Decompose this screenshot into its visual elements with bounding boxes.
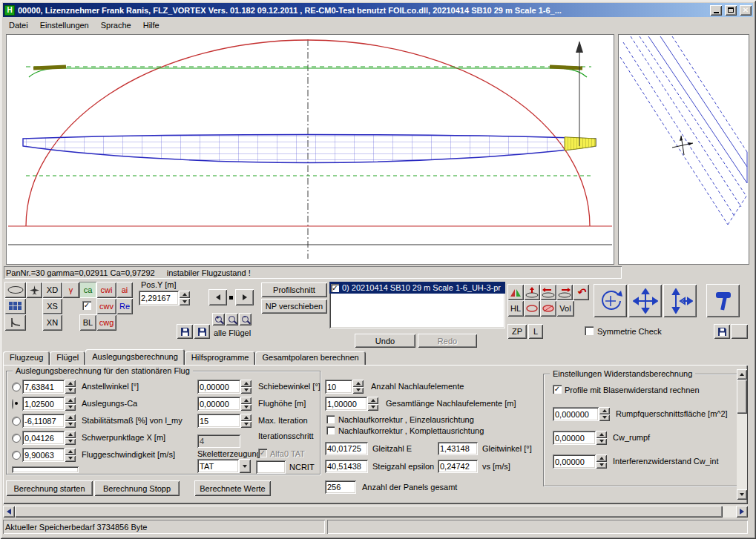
tab-auslegungsberechnung[interactable]: Auslegungsberechnung xyxy=(85,349,185,365)
wing-list-item[interactable]: 0) 20210414 SB10 29 m Scale 1-6_UH-3-pr xyxy=(329,282,505,294)
menu-hilfe[interactable]: Hilfe xyxy=(137,19,165,31)
radio-stabilitaetsmass[interactable] xyxy=(12,417,21,426)
xs-button[interactable]: XS xyxy=(42,298,62,314)
move-view-button[interactable] xyxy=(628,284,662,317)
pos-y-down-button[interactable] xyxy=(179,298,190,305)
foil-shift-left-button[interactable] xyxy=(540,284,556,300)
cwi-button[interactable]: cwi xyxy=(96,282,116,298)
stepper-up-button[interactable] xyxy=(65,431,76,438)
scale-view-button[interactable] xyxy=(663,284,697,317)
xn-button[interactable]: XN xyxy=(42,314,62,331)
berechnung-starten-button[interactable]: Berechnung starten xyxy=(6,480,93,496)
stepper-down-button[interactable] xyxy=(65,387,76,394)
max-iteration-input[interactable]: 15 xyxy=(197,414,240,428)
tab-gesamtpolaren[interactable]: Gesamtpolaren berechnen xyxy=(255,351,365,365)
tab-hilfsprogramme[interactable]: Hilfsprogramme xyxy=(185,351,256,365)
seat-view-button[interactable] xyxy=(4,314,26,331)
anstellwinkel-input[interactable]: 7,63841 xyxy=(22,380,65,394)
ai-button[interactable]: ai xyxy=(116,282,133,298)
undo-button[interactable]: Undo xyxy=(355,334,415,348)
redo-button[interactable]: Redo xyxy=(418,334,477,348)
panel-vertical-scrollbar[interactable] xyxy=(737,369,747,500)
planform-plot-canvas[interactable] xyxy=(6,34,614,265)
stepper-up-button[interactable] xyxy=(240,414,252,421)
zoom-reset-button[interactable] xyxy=(226,313,238,325)
auslegungs-ca-input[interactable]: 1,02500 xyxy=(22,397,65,411)
nachlauf-anzahl-input[interactable]: 10 xyxy=(325,380,352,394)
menu-einstellungen[interactable]: Einstellungen xyxy=(34,19,95,31)
panel-grid-button[interactable] xyxy=(4,298,26,314)
ellipse-tool-button[interactable] xyxy=(524,300,540,317)
re-button[interactable]: Re xyxy=(116,298,133,314)
wingtip-3d-canvas[interactable] xyxy=(618,34,749,265)
skelett-mode-select[interactable]: TAT xyxy=(197,459,251,473)
cwg-button[interactable]: cwg xyxy=(96,314,116,331)
zp-button[interactable]: ZP xyxy=(507,324,527,339)
ncrit-input[interactable] xyxy=(256,460,286,474)
wing-visible-checkbox[interactable] xyxy=(331,284,339,292)
nachlauf-laenge-input[interactable]: 1,00000 xyxy=(325,397,367,411)
rotate-view-button[interactable] xyxy=(594,284,627,317)
stepper-down-button[interactable] xyxy=(596,438,607,446)
menu-sprache[interactable]: Sprache xyxy=(95,19,137,31)
stepper-up-button[interactable] xyxy=(65,414,76,421)
symmetrie-check-checkbox[interactable] xyxy=(585,326,594,335)
stepper-down-button[interactable] xyxy=(599,414,610,422)
stepper-down-button[interactable] xyxy=(596,462,607,469)
profilschnitt-button[interactable]: Profilschnitt xyxy=(261,282,327,297)
horizontal-scroll-thumb[interactable] xyxy=(15,506,723,517)
tab-flugzeug[interactable]: Flugzeug xyxy=(3,351,50,365)
step-right-button[interactable] xyxy=(235,289,254,305)
pos-y-input[interactable]: 2,29167 xyxy=(139,291,179,305)
schiebewinkel-input[interactable]: 0,00000 xyxy=(197,380,240,394)
berechnung-stopp-button[interactable]: Berechnung Stopp xyxy=(94,480,180,496)
stepper-up-button[interactable] xyxy=(367,397,378,404)
stepper-down-button[interactable] xyxy=(65,438,76,446)
dropdown-button[interactable] xyxy=(239,459,251,473)
cw-rumpf-input[interactable]: 0,00000 xyxy=(553,431,596,445)
radio-fluggeschwindigkeit[interactable] xyxy=(12,451,21,460)
tab-fluegel[interactable]: Flügel xyxy=(50,351,85,365)
vol-button[interactable]: Vol xyxy=(556,300,574,317)
cwv-button[interactable]: cwv xyxy=(96,298,116,314)
berechnete-werte-button[interactable]: Berechnete Werte xyxy=(194,480,271,496)
close-button[interactable]: ✕ xyxy=(740,5,752,16)
radio-schwerpunktlage[interactable] xyxy=(12,434,21,443)
korrektur-komplett-checkbox[interactable] xyxy=(326,426,335,434)
stepper-down-button[interactable] xyxy=(65,421,76,429)
scroll-down-button[interactable] xyxy=(737,489,747,500)
tool-hammer-button[interactable] xyxy=(706,284,740,317)
scroll-up-button[interactable] xyxy=(737,369,747,380)
scroll-left-button[interactable] xyxy=(3,506,15,517)
step-left-button[interactable] xyxy=(208,289,227,305)
stepper-up-button[interactable] xyxy=(596,431,607,438)
mirror-button[interactable] xyxy=(507,284,524,300)
profile-view-button[interactable] xyxy=(4,282,26,298)
pos-y-up-button[interactable] xyxy=(179,291,190,298)
foil-shift-right-button[interactable] xyxy=(556,284,573,300)
alfa0-tat-checkbox[interactable] xyxy=(258,449,267,457)
radio-anstellwinkel[interactable] xyxy=(12,383,21,391)
stepper-down-button[interactable] xyxy=(367,404,378,411)
stepper-up-button[interactable] xyxy=(240,380,252,387)
flughoehe-input[interactable]: 0,00000 xyxy=(197,397,240,411)
l-button[interactable]: L xyxy=(528,324,543,339)
undo-transform-button[interactable] xyxy=(573,284,589,300)
save-plot-button[interactable] xyxy=(194,324,210,339)
np-verschieben-button[interactable]: NP verschieben xyxy=(261,299,327,314)
stepper-down-button[interactable] xyxy=(65,404,76,411)
hl-button[interactable]: HL xyxy=(507,300,524,317)
korrektur-einzel-checkbox[interactable] xyxy=(326,415,335,423)
schwerpunktlage-input[interactable]: 0,04126 xyxy=(22,431,65,445)
stabilitaetsmass-input[interactable]: -6,11087 xyxy=(22,414,65,428)
zoom-in-button[interactable] xyxy=(212,313,225,325)
bl-button[interactable]: BL xyxy=(79,314,96,331)
gamma-button[interactable]: γ xyxy=(62,282,79,298)
scroll-right-button[interactable] xyxy=(736,506,748,517)
title-bar[interactable]: H 00000, Lizenznehmer Frank Ranis, FLZ_V… xyxy=(3,3,753,17)
minimize-button[interactable] xyxy=(710,5,722,16)
vertical-scroll-thumb[interactable] xyxy=(737,380,747,414)
stepper-down-button[interactable] xyxy=(352,387,364,394)
stepper-up-button[interactable] xyxy=(352,380,364,387)
cw-int-input[interactable]: 0,00000 xyxy=(553,454,596,469)
